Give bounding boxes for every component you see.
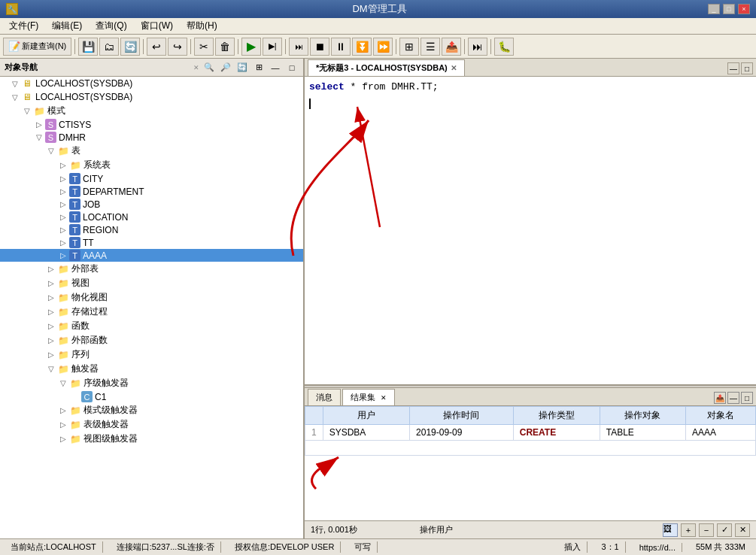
run-selected-button[interactable]: ▶| <box>263 38 282 56</box>
tree-ext-funcs[interactable]: ▷ 📁 外部函数 <box>0 333 303 347</box>
btn-b[interactable]: ⏬ <box>352 38 372 56</box>
close-button[interactable]: × <box>738 4 750 14</box>
tree-schema-triggers2[interactable]: ▷ 📁 模式级触发器 <box>0 403 303 417</box>
btn-a[interactable]: ⏸ <box>331 38 351 56</box>
result-max-btn[interactable]: □ <box>741 392 753 404</box>
folder-icon: 📁 <box>57 145 69 157</box>
bug-button[interactable]: 🐛 <box>494 38 514 56</box>
tree-job[interactable]: ▷ T JOB <box>0 198 303 211</box>
server2-label: LOCALHOST(SYSDBA) <box>35 92 132 102</box>
editor-area[interactable]: select * from DMHR.TT; <box>305 77 756 385</box>
tree-tables-folder[interactable]: ▽ 📁 表 <box>0 144 303 158</box>
export-button[interactable]: 📤 <box>442 38 461 56</box>
tree-aaaa[interactable]: ▷ T AAAA <box>0 249 303 262</box>
tree-sys-tables[interactable]: ▷ 📁 系统表 <box>0 158 303 172</box>
tree-c1[interactable]: ▷ C C1 <box>0 390 303 403</box>
result-min-btn[interactable]: — <box>727 392 739 404</box>
minimize-button[interactable]: _ <box>708 4 720 14</box>
result-minus-btn[interactable]: − <box>699 523 714 537</box>
views-label: 视图 <box>71 277 90 290</box>
tree-views[interactable]: ▷ 📁 视图 <box>0 276 303 290</box>
folder-icon: 📁 <box>69 378 81 390</box>
result-icon-btn[interactable]: 🖼 <box>663 523 678 537</box>
tree-server1[interactable]: ▽ 🖥 LOCALHOST(SYSDBA) <box>0 77 303 90</box>
window-controls[interactable]: _ □ × <box>708 4 750 14</box>
new-query-button[interactable]: 📝 新建查询(N) <box>3 38 71 56</box>
toolbar-sep-7 <box>464 39 465 54</box>
seqs-label: 序列 <box>71 348 90 361</box>
menu-edit[interactable]: 编辑(E) <box>46 18 88 34</box>
ext-funcs-label: 外部函数 <box>71 334 108 347</box>
tree-tt[interactable]: ▷ T TT <box>0 236 303 249</box>
panel-refresh-btn[interactable]: 🔄 <box>235 61 249 74</box>
tree-schema-folder[interactable]: ▽ 📁 模式 <box>0 104 303 118</box>
cut-button[interactable]: ✂ <box>194 38 214 56</box>
save-all-button[interactable]: 🗂 <box>99 38 119 56</box>
result-check-btn[interactable]: ✓ <box>717 523 732 537</box>
arrow: ▷ <box>60 187 69 196</box>
city-label: CITY <box>83 174 103 184</box>
results-tab-close[interactable]: ✕ <box>381 394 387 402</box>
undo-button[interactable]: ↩ <box>147 38 166 56</box>
menu-file[interactable]: 文件(F) <box>3 18 44 34</box>
refresh-button[interactable]: 🔄 <box>120 38 140 56</box>
save-button[interactable]: 💾 <box>78 38 98 56</box>
arrow: ▷ <box>60 213 69 221</box>
tree-funcs[interactable]: ▷ 📁 函数 <box>0 319 303 333</box>
list-button[interactable]: ☰ <box>421 38 440 56</box>
tree-ext-tables[interactable]: ▷ 📁 外部表 <box>0 262 303 276</box>
arrow: ▷ <box>60 420 69 429</box>
tree-mat-views[interactable]: ▷ 📁 物化视图 <box>0 290 303 305</box>
grid-button[interactable]: ⊞ <box>399 38 419 56</box>
tree-procs[interactable]: ▷ 📁 存储过程 <box>0 305 303 319</box>
tree-seqs[interactable]: ▷ 📁 序列 <box>0 347 303 362</box>
result-table-wrap[interactable]: 用户 操作时间 操作类型 操作对象 对象名 1 SYSDBA 2019-09-0… <box>305 406 756 520</box>
tree-triggers[interactable]: ▽ 📁 触发器 <box>0 362 303 376</box>
menu-query[interactable]: 查询(Q) <box>90 18 132 34</box>
tree-city[interactable]: ▷ T CITY <box>0 172 303 185</box>
tree-ctisys[interactable]: ▷ S CTISYS <box>0 118 303 131</box>
tree-server2[interactable]: ▽ 🖥 LOCALHOST(SYSDBA) <box>0 90 303 104</box>
tab-min-btn[interactable]: — <box>727 62 739 74</box>
app-icon: 🔧 <box>6 3 18 15</box>
delete-button[interactable]: 🗑 <box>215 38 235 56</box>
result-x-btn[interactable]: ✕ <box>735 523 750 537</box>
result-add-btn[interactable]: + <box>681 523 696 537</box>
next-button[interactable]: ⏭ <box>468 38 487 56</box>
table-row[interactable]: 1 SYSDBA 2019-09-09 CREATE TABLE AAAA <box>305 425 756 441</box>
btn-c[interactable]: ⏩ <box>373 38 393 56</box>
triggers-label: 触发器 <box>71 362 99 375</box>
stop-button[interactable]: ⏹ <box>310 38 329 56</box>
result-tab-results[interactable]: 结果集 ✕ <box>342 389 395 405</box>
server-icon: 🖥 <box>21 77 33 89</box>
panel-search-btn[interactable]: 🔍 <box>202 61 216 74</box>
run-button[interactable]: ▶ <box>241 38 261 56</box>
tree-location[interactable]: ▷ T LOCATION <box>0 211 303 223</box>
panel-expand-btn[interactable]: ⊞ <box>252 61 266 74</box>
panel-maximize-btn[interactable]: □ <box>285 61 299 74</box>
menu-help[interactable]: 帮助(H) <box>181 18 223 34</box>
tree-schema-triggers[interactable]: ▽ 📁 序级触发器 <box>0 376 303 390</box>
editor-tab-close[interactable]: ✕ <box>451 64 457 72</box>
menu-window[interactable]: 窗口(W) <box>135 18 179 34</box>
result-tab-messages[interactable]: 消息 <box>308 389 341 405</box>
arrow: ▽ <box>24 107 33 115</box>
tree-area[interactable]: ▽ 🖥 LOCALHOST(SYSDBA) ▽ 🖥 LOCALHOST(SYSD… <box>0 77 303 538</box>
tree-region[interactable]: ▷ T REGION <box>0 223 303 236</box>
redo-button[interactable]: ↪ <box>168 38 187 56</box>
tab-max-btn[interactable]: □ <box>741 62 753 74</box>
toolbar: 📝 新建查询(N) 💾 🗂 🔄 ↩ ↪ ✂ 🗑 ▶ ▶| ⏭ ⏹ ⏸ ⏬ ⏩ ⊞… <box>0 35 756 59</box>
result-export-btn[interactable]: 📤 <box>714 392 726 404</box>
arrow: ▽ <box>48 147 57 155</box>
tree-dmhr[interactable]: ▽ S DMHR <box>0 131 303 144</box>
panel-filter-btn[interactable]: 🔎 <box>219 61 232 74</box>
tree-view-triggers[interactable]: ▷ 📁 视图级触发器 <box>0 432 303 446</box>
tree-department[interactable]: ▷ T DEPARTMENT <box>0 185 303 198</box>
table-icon: T <box>69 237 80 248</box>
panel-minimize-btn[interactable]: — <box>269 61 282 74</box>
maximize-button[interactable]: □ <box>723 4 735 14</box>
tree-table-triggers[interactable]: ▷ 📁 表级触发器 <box>0 417 303 432</box>
editor-tab[interactable]: *无标题3 - LOCALHOST(SYSDBA) ✕ <box>308 59 465 76</box>
step-button[interactable]: ⏭ <box>289 38 308 56</box>
left-panel: 对象导航 ✕ 🔍 🔎 🔄 ⊞ — □ ▽ 🖥 LOCALHOST(SYSDBA)… <box>0 59 305 538</box>
